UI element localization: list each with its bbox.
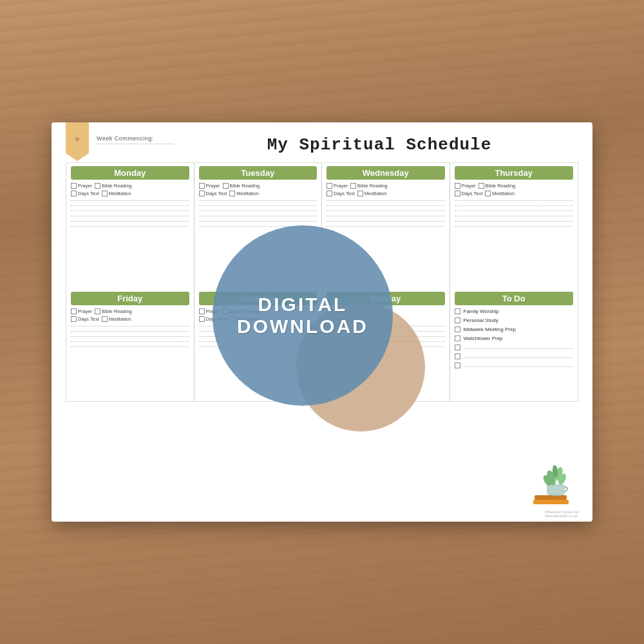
wednesday-prayer: Prayer: [327, 183, 348, 189]
sunday-header: Sunday: [327, 292, 445, 305]
todo-header: To Do: [455, 292, 574, 305]
sunday-bible-reading: Bible Reading: [350, 308, 388, 314]
wednesday-cell: Wednesday Prayer Bible Reading Days Text: [322, 163, 450, 289]
friday-lines: [71, 326, 189, 347]
svg-rect-3: [547, 484, 565, 495]
tuesday-prayer: Prayer: [199, 183, 220, 189]
tuesday-meditation: Meditation: [229, 191, 259, 196]
thursday-lines: [455, 200, 574, 227]
midweek-label: Midweek Meeting Prep: [464, 327, 516, 332]
meditation-checkbox[interactable]: [102, 191, 108, 196]
days-text-checkbox[interactable]: [71, 191, 77, 196]
bible-reading-label: Bible Reading: [102, 183, 132, 189]
wednesday-row1: Prayer Bible Reading: [327, 183, 445, 189]
wednesday-days-text: Days Text: [327, 191, 355, 196]
family-worship-checkbox[interactable]: [455, 308, 460, 314]
monday-prayer: Prayer: [71, 183, 92, 189]
saturday-days-text: Days Text: [199, 316, 227, 322]
saturday-cell: Saturday Prayer Bible Reading Days Text: [194, 289, 323, 401]
wednesday-lines: [327, 200, 445, 227]
thursday-bible-reading: Bible Reading: [478, 183, 516, 189]
saturday-meditation: Meditation: [229, 316, 259, 322]
extra2-checkbox[interactable]: [455, 354, 460, 359]
saturday-bible-reading: Bible Reading: [223, 308, 260, 314]
sunday-meditation: Meditation: [357, 316, 387, 322]
wednesday-header: Wednesday: [327, 166, 445, 180]
week-commencing-label: Week Commencing:: [97, 135, 174, 142]
friday-meditation: Meditation: [102, 316, 131, 322]
todo-midweek: Midweek Meeting Prep: [455, 327, 574, 332]
saturday-lines: [199, 326, 317, 347]
tuesday-row2: Days Text Meditation: [199, 191, 317, 196]
watchtower-checkbox[interactable]: [455, 336, 460, 341]
tuesday-cell: Tuesday Prayer Bible Reading Days Text: [194, 163, 323, 289]
wednesday-bible-reading: Bible Reading: [350, 183, 388, 189]
friday-header: Friday: [71, 292, 189, 305]
bookmark: [66, 122, 89, 161]
sunday-cell: Sunday Prayer Bible Reading Days Text: [322, 289, 450, 401]
copyright-line2: bennettcards.co.uk: [544, 514, 578, 518]
thursday-days-text: Days Text: [455, 191, 483, 196]
plant-decoration: [527, 460, 578, 511]
sunday-days-text: Days Text: [327, 316, 355, 322]
tuesday-days-text: Days Text: [199, 191, 227, 196]
monday-row1: Prayer Bible Reading: [71, 183, 189, 189]
thursday-row1: Prayer Bible Reading: [455, 183, 574, 189]
friday-cell: Friday Prayer Bible Reading Days Text: [66, 289, 194, 401]
monday-header: Monday: [71, 166, 189, 180]
week-commencing-line: [97, 144, 174, 144]
todo-extra1: [455, 345, 574, 350]
monday-cell: Monday Prayer Bible Reading Days Text: [66, 163, 194, 289]
bottom-day-grid: Friday Prayer Bible Reading Days Text: [66, 289, 578, 402]
personal-study-checkbox[interactable]: [455, 317, 460, 323]
tuesday-bible-reading: Bible Reading: [223, 183, 260, 189]
sunday-row1: Prayer Bible Reading: [327, 308, 445, 314]
wednesday-meditation: Meditation: [357, 191, 387, 196]
prayer-label: Prayer: [78, 183, 92, 189]
saturday-row2: Days Text Meditation: [199, 316, 317, 322]
todo-family-worship: Family Worship: [455, 308, 574, 314]
friday-days-text: Days Text: [71, 316, 99, 322]
thursday-meditation: Meditation: [485, 191, 515, 196]
saturday-header: Saturday: [199, 292, 317, 305]
todo-extra2: [455, 354, 574, 359]
todo-watchtower: Watchtower Prep: [455, 336, 574, 341]
svg-rect-1: [535, 495, 567, 500]
watchtower-label: Watchtower Prep: [464, 336, 503, 341]
thursday-cell: Thursday Prayer Bible Reading Days Text: [450, 163, 578, 289]
thursday-header: Thursday: [455, 166, 574, 180]
tuesday-header: Tuesday: [199, 166, 317, 180]
monday-lines: [71, 200, 189, 227]
thursday-prayer: Prayer: [455, 183, 476, 189]
sunday-prayer: Prayer: [327, 308, 348, 314]
todo-personal-study: Personal Study: [455, 317, 574, 323]
midweek-checkbox[interactable]: [455, 327, 460, 332]
extra1-checkbox[interactable]: [455, 345, 460, 350]
header: Week Commencing: My Spiritual Schedule: [66, 135, 578, 155]
monday-meditation: Meditation: [102, 191, 131, 196]
saturday-row1: Prayer Bible Reading: [199, 308, 317, 314]
bible-reading-checkbox[interactable]: [95, 183, 100, 189]
todo-extra3: [455, 363, 574, 368]
sunday-lines: [327, 326, 445, 347]
friday-prayer: Prayer: [71, 308, 92, 314]
week-commencing: Week Commencing:: [97, 135, 174, 144]
top-day-grid: Monday Prayer Bible Reading Days Text: [66, 162, 578, 289]
tuesday-row1: Prayer Bible Reading: [199, 183, 317, 189]
friday-row1: Prayer Bible Reading: [71, 308, 189, 314]
thursday-row2: Days Text Meditation: [455, 191, 574, 196]
sunday-row2: Days Text Meditation: [327, 316, 445, 322]
prayer-checkbox[interactable]: [71, 183, 77, 189]
family-worship-label: Family Worship: [464, 308, 499, 314]
extra3-checkbox[interactable]: [455, 363, 460, 368]
saturday-prayer: Prayer: [199, 308, 220, 314]
tuesday-lines: [199, 200, 317, 227]
schedule-page: Week Commencing: My Spiritual Schedule M…: [52, 122, 592, 522]
monday-row2: Days Text Meditation: [71, 191, 189, 196]
monday-bible-reading: Bible Reading: [95, 183, 132, 189]
svg-rect-0: [533, 500, 569, 504]
wednesday-row2: Days Text Meditation: [327, 191, 445, 196]
friday-bible-reading: Bible Reading: [95, 308, 132, 314]
copyright: ©Bennett Cards Ltd bennettcards.co.uk: [544, 510, 578, 518]
friday-row2: Days Text Meditation: [71, 316, 189, 322]
